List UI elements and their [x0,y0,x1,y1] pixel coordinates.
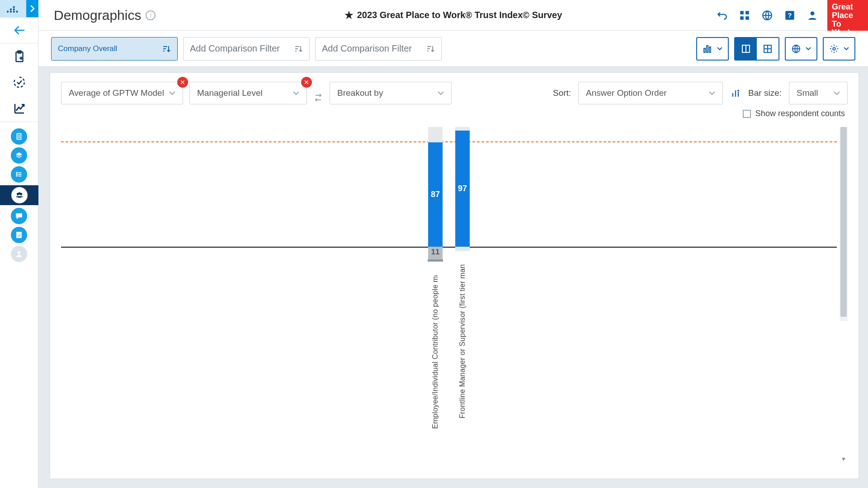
scope-filter[interactable]: Company Overall [51,37,178,61]
svg-rect-28 [740,16,744,20]
subnav-demographics[interactable] [0,185,38,205]
undo-icon[interactable] [716,9,728,21]
bar-size-select[interactable]: Small [789,82,848,104]
bar-1: 97Frontline Manager or Supervisor (first… [455,127,470,468]
scope-filter-label: Company Overall [58,44,117,53]
svg-point-33 [811,11,815,15]
bar-negative[interactable]: 11 [428,247,443,260]
dimension-label: Managerial Level [197,88,263,98]
category-label: Frontline Manager or Supervisor (first t… [458,265,467,418]
chevron-down-icon [293,91,299,95]
filter-sort-icon [426,44,435,53]
bar-positive[interactable]: 97 [455,131,470,247]
back-button[interactable] [0,18,38,43]
page-title: Demographics [54,8,141,23]
layout-toggle [734,37,779,61]
svg-point-1 [10,8,12,10]
bar-size-label: Bar size: [748,88,782,98]
info-icon[interactable]: i [146,10,156,20]
help-icon[interactable]: ? [784,9,796,21]
svg-point-0 [7,11,9,13]
bar-negative-cap [428,259,443,262]
nav-progress[interactable] [0,69,38,95]
svg-rect-22 [17,235,18,237]
sort-direction-icon[interactable] [730,88,741,99]
svg-point-2 [10,11,12,13]
svg-point-5 [13,11,14,13]
metric-label: Average of GPTW Model [69,88,164,98]
star-icon: ★ [344,9,354,21]
filter-sort-icon [162,44,171,53]
subnav-checklist[interactable] [11,166,27,183]
subnav-disabled [11,246,27,262]
breakout-label: Breakout by [337,88,383,98]
add-comparison-1[interactable]: Add Comparison Filter [183,37,310,61]
topbar: Demographics i ★ 2023 Great Place to Wor… [38,0,868,31]
show-counts-row: Show respondent counts [743,109,845,118]
sort-select[interactable]: Answer Option Order [578,82,723,104]
breakout-select[interactable]: Breakout by [330,82,452,104]
filter-bar: Company Overall Add Comparison Filter Ad… [38,31,868,67]
category-label: Employee/Individual Contributor (no peop… [431,275,439,429]
svg-rect-27 [745,11,749,14]
show-counts-label: Show respondent counts [755,109,845,118]
apps-icon[interactable] [739,9,750,21]
subnav-statements[interactable] [11,128,27,145]
subnav-reports[interactable] [11,227,27,243]
svg-point-25 [18,252,20,254]
user-icon[interactable] [807,9,818,21]
subnav-stack[interactable] [11,147,27,164]
bars-container: 8711Employee/Individual Contributor (no … [61,127,837,468]
chevron-down-icon [834,91,840,95]
svg-rect-24 [20,233,21,237]
layout-single[interactable] [735,38,757,60]
scrollbar-down-icon[interactable]: ▼ [840,456,848,463]
bar-gap [455,127,470,131]
globe-icon[interactable] [761,9,773,21]
chevron-down-icon [844,47,849,51]
survey-name: ★ 2023 Great Place to Work® Trust Index©… [344,9,562,21]
show-counts-checkbox[interactable] [743,110,751,118]
add-comparison-label: Add Comparison Filter [322,43,412,54]
bar-gap [428,127,443,142]
left-rail [0,17,38,488]
scrollbar-thumb[interactable] [840,127,847,317]
bar-size-value: Small [797,88,818,98]
chart-area: 8711Employee/Individual Contributor (no … [61,127,848,468]
svg-point-20 [18,192,20,194]
layout-grid[interactable] [757,38,778,60]
rail-expand-toggle[interactable] [26,0,38,17]
survey-name-text: 2023 Great Place to Work® Trust Index© S… [357,10,562,20]
remove-dimension[interactable]: ✕ [301,77,312,88]
svg-point-52 [833,47,835,50]
settings-dropdown[interactable] [823,37,855,61]
brand-dots-icon [5,3,21,14]
chart-type-dropdown[interactable] [696,37,729,61]
swap-icon[interactable] [313,92,323,103]
dimension-select[interactable]: Managerial Level ✕ [189,82,307,104]
metric-select[interactable]: Average of GPTW Model ✕ [61,82,183,104]
svg-rect-43 [704,48,705,52]
chevron-down-icon [717,47,722,51]
filter-sort-icon [294,44,303,53]
nav-clipboard[interactable] [0,43,38,69]
add-comparison-2[interactable]: Add Comparison Filter [315,37,442,61]
chevron-down-icon [438,91,444,95]
svg-rect-26 [740,11,744,14]
sort-label: Sort: [553,88,571,98]
svg-rect-44 [707,46,708,52]
chevron-down-icon [169,91,175,95]
remove-metric[interactable]: ✕ [177,77,188,88]
main-panel: Average of GPTW Model ✕ Managerial Level… [50,72,859,479]
nav-trends[interactable] [0,95,38,122]
svg-point-6 [16,11,18,13]
subnav-comments[interactable] [11,208,27,224]
scrollbar-vertical[interactable] [840,127,848,321]
language-dropdown[interactable] [785,37,817,61]
svg-text:?: ? [788,11,792,19]
controls-row: Average of GPTW Model ✕ Managerial Level… [50,73,859,113]
svg-point-3 [13,6,14,8]
sort-value: Answer Option Order [586,88,666,98]
svg-rect-45 [709,47,711,52]
bar-positive[interactable]: 87 [428,142,443,247]
